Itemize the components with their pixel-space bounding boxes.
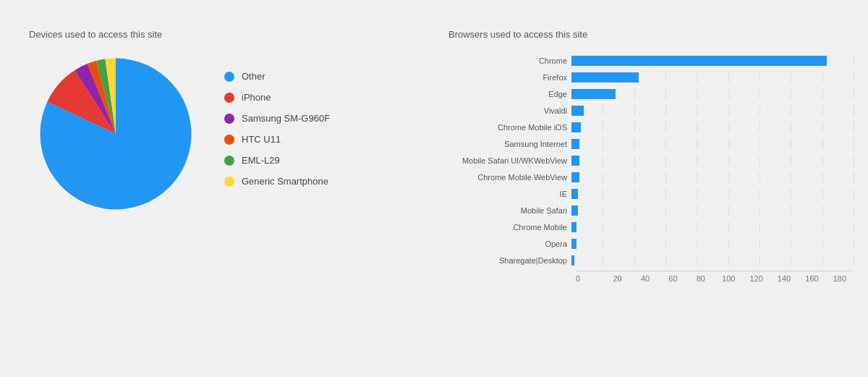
bar-label: IE: [448, 190, 571, 198]
legend-item: Generic Smartphone: [224, 176, 330, 187]
legend-label: HTC U11: [242, 134, 281, 145]
bar-fill: [571, 139, 579, 149]
legend-label: Samsung SM-G960F: [242, 113, 330, 124]
bar-track: [571, 89, 854, 99]
legend-label: iPhone: [242, 92, 271, 103]
bar-fill: [571, 122, 581, 132]
bar-label: Sharegate|Desktop: [448, 256, 571, 265]
bar-fill: [571, 189, 578, 199]
x-axis-tick: 120: [742, 274, 770, 283]
bar-row: Chrome Mobile: [448, 221, 854, 234]
x-axis-tick: 100: [715, 274, 742, 283]
bar-track: [571, 206, 854, 216]
x-axis: 020406080100120140160180: [576, 271, 854, 283]
legend-item: iPhone: [224, 92, 330, 103]
bar-chart: ChromeFirefoxEdgeVivaldiChrome Mobile iO…: [448, 54, 854, 283]
bar-fill: [571, 206, 578, 216]
legend-label: Generic Smartphone: [242, 176, 328, 187]
bar-row: Mobile Safari UI/WKWebView: [448, 154, 854, 167]
x-axis-tick: 60: [659, 274, 686, 283]
bar-label: Chrome Mobile WebView: [448, 173, 571, 182]
left-panel: Devices used to access this site OtheriP…: [29, 29, 405, 213]
bar-track: [571, 56, 854, 66]
bar-label: Samsung Internet: [448, 140, 571, 148]
bar-row: IE: [448, 187, 854, 200]
bar-fill: [571, 222, 576, 232]
bar-row: Edge: [448, 88, 854, 101]
bar-row: Samsung Internet: [448, 137, 854, 151]
legend-label: Other: [242, 71, 265, 82]
bar-row: Chrome: [448, 54, 854, 67]
x-axis-tick: 160: [798, 274, 825, 283]
bar-label: Edge: [448, 90, 571, 98]
bar-track: [571, 139, 854, 149]
legend-color: [224, 177, 234, 187]
bar-row: Firefox: [448, 71, 854, 84]
legend-color: [224, 114, 234, 124]
devices-title: Devices used to access this site: [29, 29, 405, 40]
browsers-title: Browsers used to access this site: [448, 29, 854, 40]
legend-color: [224, 135, 234, 145]
bar-fill: [571, 56, 827, 66]
bar-fill: [571, 255, 574, 266]
bar-label: Opera: [448, 240, 571, 248]
pie-legend: OtheriPhoneSamsung SM-G960FHTC U11EML-L2…: [224, 71, 330, 197]
bar-label: Mobile Safari UI/WKWebView: [448, 156, 571, 165]
bar-track: [571, 239, 854, 249]
bar-fill: [571, 156, 579, 166]
bar-row: Opera: [448, 237, 854, 250]
bar-track: [571, 106, 854, 116]
x-axis-tick: 20: [603, 274, 631, 283]
bar-fill: [571, 106, 584, 116]
bar-track: [571, 72, 854, 82]
bar-track: [571, 255, 854, 266]
bar-row: Chrome Mobile WebView: [448, 171, 854, 184]
bar-row: Sharegate|Desktop: [448, 254, 854, 267]
bar-label: Chrome: [448, 56, 571, 65]
x-axis-tick: 140: [770, 274, 798, 283]
x-axis-tick: 180: [826, 274, 854, 283]
bar-row: Chrome Mobile iOS: [448, 121, 854, 134]
bar-label: Firefox: [448, 73, 571, 82]
x-axis-tick: 40: [631, 274, 659, 283]
bar-track: [571, 156, 854, 166]
bar-fill: [571, 72, 639, 82]
legend-label: EML-L29: [242, 155, 280, 166]
bar-label: Mobile Safari: [448, 206, 571, 215]
pie-chart: [36, 54, 195, 213]
legend-item: Samsung SM-G960F: [224, 113, 330, 124]
bar-fill: [571, 239, 576, 249]
bar-track: [571, 189, 854, 199]
pie-section: OtheriPhoneSamsung SM-G960FHTC U11EML-L2…: [29, 54, 405, 213]
bar-row: Vivaldi: [448, 104, 854, 117]
legend-item: Other: [224, 71, 330, 82]
bar-row: Mobile Safari: [448, 204, 854, 217]
x-axis-tick: 0: [576, 274, 603, 283]
bar-label: Chrome Mobile iOS: [448, 123, 571, 132]
legend-color: [224, 156, 234, 166]
bar-track: [571, 172, 854, 182]
bar-label: Vivaldi: [448, 106, 571, 115]
bar-fill: [571, 172, 579, 182]
right-panel: Browsers used to access this site Chrome…: [405, 29, 854, 283]
legend-color: [224, 93, 234, 103]
legend-item: EML-L29: [224, 155, 330, 166]
bar-label: Chrome Mobile: [448, 223, 571, 232]
bar-track: [571, 222, 854, 232]
legend-item: HTC U11: [224, 134, 330, 145]
bar-track: [571, 122, 854, 132]
legend-color: [224, 72, 234, 82]
bar-fill: [571, 89, 616, 99]
x-axis-tick: 80: [687, 274, 715, 283]
